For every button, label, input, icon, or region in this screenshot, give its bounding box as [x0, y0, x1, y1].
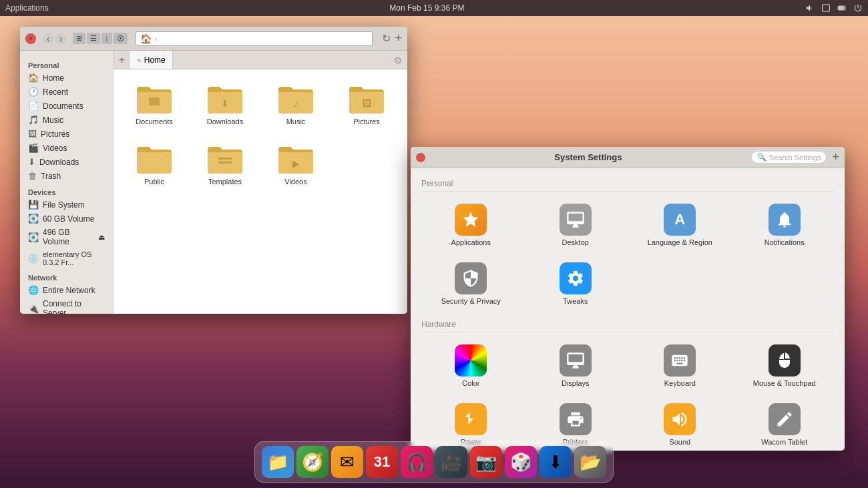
dock-item-games[interactable]: 🎲: [505, 446, 537, 478]
dock-item-files[interactable]: 📁: [262, 446, 294, 478]
sidebar-item-entire-network[interactable]: 🌐 Entire Network: [20, 283, 113, 297]
dock-item-store[interactable]: ⬇: [539, 446, 572, 478]
sidebar-item-496gb[interactable]: 💽 496 GB Volume ⏏: [20, 226, 113, 248]
folder-music[interactable]: ♪ Music: [266, 80, 326, 130]
add-tab-button[interactable]: +: [395, 31, 402, 45]
sidebar-item-60gb[interactable]: 💽 60 GB Volume: [20, 212, 113, 226]
personal-section-label: Personal: [20, 59, 113, 71]
settings-keyboard[interactable]: Keyboard: [630, 339, 730, 393]
folder-public[interactable]: Public: [124, 140, 184, 190]
close-button[interactable]: ×: [25, 33, 36, 44]
folder-templates[interactable]: Templates: [195, 140, 255, 190]
tab-close-button[interactable]: ×: [137, 56, 141, 64]
sidebar-item-connect-server[interactable]: 🔌 Connect to Server...: [20, 297, 113, 314]
svg-text:🖼: 🖼: [362, 98, 371, 109]
list-view-button[interactable]: ☰: [87, 33, 100, 44]
folder-icon-templates: [206, 144, 244, 175]
settings-language[interactable]: A Language & Region: [630, 198, 730, 252]
settings-security[interactable]: Security & Privacy: [421, 257, 521, 310]
music-dock-icon: 🎧: [406, 452, 427, 473]
sidebar-item-documents[interactable]: 📄 Documents: [20, 99, 113, 113]
dock-item-browser[interactable]: 🧭: [296, 446, 329, 478]
folder-documents[interactable]: Documents: [124, 80, 184, 130]
folder-videos[interactable]: ▶ Videos: [266, 140, 326, 190]
refresh-button[interactable]: ↻: [382, 32, 391, 45]
documents-icon: 📄: [28, 101, 39, 111]
sidebar-item-filesystem[interactable]: 💾 File System: [20, 198, 113, 212]
server-icon: 🔌: [28, 304, 39, 314]
personal-grid: Applications Desktop A Language & Region…: [421, 198, 834, 310]
folder-icon-public: [136, 144, 173, 175]
dock: 📁 🧭 ✉ 31 🎧 🎥 📷 🎲 ⬇ 📂: [254, 441, 614, 483]
miller-view-button[interactable]: ⦿: [114, 33, 128, 44]
file-manager-tabs: + × Home ⊙: [114, 51, 407, 69]
address-bar[interactable]: 🏠 ›: [136, 31, 373, 46]
sidebar-item-pictures[interactable]: 🖼 Pictures: [20, 127, 113, 141]
grid-view-button[interactable]: ⊞: [73, 33, 85, 44]
sidebar-item-trash[interactable]: 🗑 Trash: [20, 169, 113, 183]
folder-icon-videos: ▶: [277, 144, 314, 175]
back-button[interactable]: ‹: [43, 33, 53, 44]
camera-icon: 🎥: [441, 452, 462, 473]
sidebar-item-os-disc[interactable]: 💿 elementary OS 0.3.2 Fr...: [20, 248, 113, 268]
folder-downloads[interactable]: ⬇ Downloads: [195, 80, 255, 130]
settings-title: System Settings: [431, 152, 746, 162]
search-icon: 🔍: [757, 153, 767, 162]
new-tab-button[interactable]: +: [114, 51, 130, 69]
settings-search-box[interactable]: 🔍 Search Settings: [751, 151, 827, 164]
dock-item-music[interactable]: 🎧: [401, 446, 433, 478]
view-buttons: ⊞ ☰ ⫶ ⦿: [73, 33, 128, 44]
app-menu[interactable]: Applications: [5, 3, 49, 13]
folder-pictures[interactable]: 🖼 Pictures: [337, 80, 397, 130]
dock-item-mail[interactable]: ✉: [331, 446, 363, 478]
dock-item-camera[interactable]: 🎥: [435, 446, 467, 478]
devices-section-label: Devices: [20, 186, 113, 198]
games-icon: 🎲: [510, 452, 531, 473]
settings-displays[interactable]: Displays: [526, 339, 626, 393]
sidebar-item-recent[interactable]: 🕐 Recent: [20, 85, 113, 99]
language-icon: A: [664, 204, 696, 236]
settings-tweaks[interactable]: Tweaks: [526, 257, 626, 310]
keyboard-icon: [664, 344, 696, 377]
window-icon[interactable]: [821, 3, 831, 13]
hardware-section-title: Hardware: [421, 320, 834, 332]
battery-icon[interactable]: [837, 3, 847, 13]
settings-close-button[interactable]: [416, 153, 425, 162]
tab-info-button[interactable]: ⊙: [389, 51, 407, 69]
sidebar-item-downloads[interactable]: ⬇ Downloads: [20, 155, 113, 169]
settings-desktop[interactable]: Desktop: [526, 198, 626, 252]
settings-color[interactable]: Color: [421, 339, 521, 393]
pictures-icon: 🖼: [28, 129, 37, 139]
settings-body: Personal Applications Desktop A Language…: [411, 168, 845, 451]
file-manager-body: Personal 🏠 Home 🕐 Recent 📄 Documents 🎵 M…: [20, 51, 407, 314]
dock-item-calendar[interactable]: 31: [366, 446, 398, 478]
eject-icon[interactable]: ⏏: [98, 233, 105, 242]
hardware-grid: Color Displays Keyboard Mouse & Touchpad: [421, 339, 834, 451]
settings-notifications[interactable]: Notifications: [735, 198, 835, 252]
disc-icon: 💿: [28, 254, 39, 264]
system-settings-window: System Settings 🔍 Search Settings + Pers…: [411, 147, 845, 451]
settings-add-button[interactable]: +: [832, 150, 839, 164]
dock-item-photos[interactable]: 📷: [470, 446, 502, 478]
dock-item-filemanager[interactable]: 📂: [574, 446, 606, 478]
filesystem-icon: 💾: [28, 200, 39, 210]
filemanager-icon: 📂: [580, 452, 601, 473]
column-view-button[interactable]: ⫶: [101, 33, 112, 44]
folder-icon-downloads: ⬇: [206, 84, 244, 115]
forward-button[interactable]: ›: [55, 33, 66, 44]
home-icon: 🏠: [140, 33, 152, 44]
settings-mouse[interactable]: Mouse & Touchpad: [735, 339, 835, 393]
settings-applications[interactable]: Applications: [421, 198, 521, 252]
sidebar-item-music[interactable]: 🎵 Music: [20, 113, 113, 127]
downloads-icon: ⬇: [28, 157, 35, 167]
volume-icon[interactable]: [805, 3, 815, 13]
tab-home[interactable]: × Home: [130, 51, 172, 69]
settings-sound[interactable]: Sound: [630, 398, 730, 451]
mail-icon: ✉: [340, 452, 355, 473]
settings-wacom[interactable]: Wacom Tablet: [735, 398, 835, 451]
sidebar-item-home[interactable]: 🏠 Home: [20, 71, 113, 85]
sidebar-item-videos[interactable]: 🎬 Videos: [20, 141, 113, 155]
svg-text:▶: ▶: [292, 158, 300, 169]
tweaks-icon: [560, 262, 592, 294]
power-icon[interactable]: [853, 3, 863, 13]
